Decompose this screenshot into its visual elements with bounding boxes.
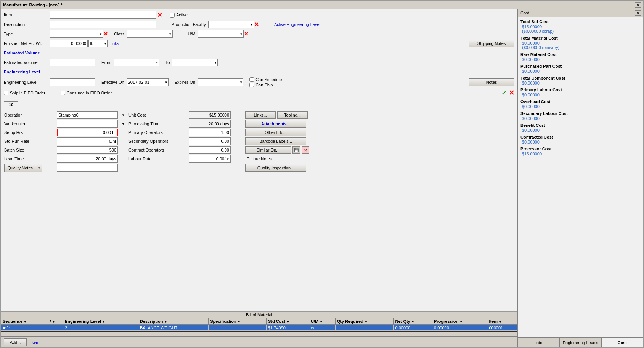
finished-net-input[interactable] bbox=[50, 40, 88, 47]
col-std-cost[interactable]: Std Cost ▼ bbox=[267, 318, 309, 325]
operation-select[interactable]: Stamping6 bbox=[57, 111, 118, 119]
quality-inspection-button[interactable]: Quality Inspection... bbox=[245, 164, 306, 172]
right-tab-cost[interactable]: Cost bbox=[602, 338, 643, 347]
type-row: Type ✕ Class U/M bbox=[4, 30, 514, 38]
item-clear-button[interactable]: ✕ bbox=[157, 11, 162, 19]
col-sequence[interactable]: Sequence ▼ bbox=[1, 318, 48, 325]
quality-notes-button[interactable]: Quality Notes bbox=[4, 164, 36, 172]
right-panel-tabs: Info Engineering Levels Cost bbox=[518, 337, 643, 347]
ship-fifo-checkbox[interactable] bbox=[4, 91, 8, 95]
barcode-labels-button[interactable]: Barcode Labels... bbox=[245, 137, 306, 145]
engineering-level-input[interactable] bbox=[50, 78, 95, 86]
primary-operators-input[interactable] bbox=[189, 129, 231, 136]
links-button[interactable]: Links... bbox=[245, 111, 276, 119]
active-checkbox[interactable] bbox=[170, 13, 175, 18]
labour-rate-label: Labour Rate bbox=[128, 156, 186, 161]
attachments-button[interactable]: Attachments... bbox=[245, 120, 306, 128]
labour-rate-input[interactable] bbox=[189, 155, 231, 163]
right-tab-info[interactable]: Info bbox=[518, 338, 560, 347]
delete-icon-button[interactable]: ✕ bbox=[302, 146, 309, 154]
total-material-cost-sub: ($0.00000 recovery) bbox=[522, 45, 641, 50]
lead-time-input[interactable] bbox=[57, 155, 118, 163]
can-ship-checkbox[interactable] bbox=[249, 83, 254, 87]
horizontal-scrollbar[interactable] bbox=[1, 331, 517, 337]
fifo-row: Ship in FIFO Order Consume in FIFO Order… bbox=[4, 89, 514, 97]
engineering-level-row: Engineering Level Effective On 2017-02-0… bbox=[4, 77, 514, 87]
raw-material-cost-value: $0.00000 bbox=[522, 57, 641, 62]
std-run-rate-input[interactable] bbox=[57, 137, 118, 145]
total-material-cost-value: $0.00000 bbox=[522, 41, 641, 45]
col-qty-required[interactable]: Qty Required ▼ bbox=[335, 318, 393, 325]
col-item[interactable]: Item ▼ bbox=[487, 318, 517, 325]
production-facility-clear[interactable]: ✕ bbox=[254, 21, 259, 27]
add-button[interactable]: Add... bbox=[4, 338, 27, 346]
tooling-button[interactable]: Tooling... bbox=[277, 111, 308, 119]
um-select[interactable] bbox=[198, 30, 244, 38]
type-clear[interactable]: ✕ bbox=[103, 31, 108, 37]
processor-cost-value: $15.00000 bbox=[522, 152, 641, 156]
processor-cost-row: Processor Cost $15.00000 bbox=[520, 147, 641, 156]
cell-qty-required bbox=[335, 325, 393, 331]
secondary-operators-input[interactable] bbox=[189, 137, 231, 145]
estimated-volume-input[interactable] bbox=[50, 59, 95, 66]
from-label: From bbox=[101, 60, 111, 65]
item-input[interactable] bbox=[50, 11, 156, 19]
total-component-cost-row: Total Component Cost $0.00000 bbox=[520, 76, 641, 85]
tab-area: 10 bbox=[1, 100, 517, 108]
floppy-icon-button[interactable]: 💾 bbox=[292, 146, 300, 154]
unit-cost-input bbox=[189, 111, 231, 119]
other-info-button[interactable]: Other Info... bbox=[245, 129, 306, 136]
type-select[interactable] bbox=[50, 30, 103, 38]
to-select[interactable] bbox=[172, 59, 218, 66]
operation-section: Operation Stamping6 Unit Cost Links... T… bbox=[1, 108, 517, 311]
processor-cost-label: Processor Cost bbox=[520, 147, 641, 151]
col-engineering-level[interactable]: Engineering Level ▼ bbox=[63, 318, 138, 325]
batch-size-input[interactable] bbox=[57, 146, 118, 154]
um-clear[interactable]: ✕ bbox=[244, 31, 249, 37]
can-schedule-group: Can Schedule bbox=[249, 77, 282, 82]
col-specification[interactable]: Specification ▼ bbox=[209, 318, 267, 325]
consume-fifo-checkbox[interactable] bbox=[61, 91, 65, 95]
bom-row-1[interactable]: ▶ 10 2 BALANCE WEIGHT $1.74090 ea 0.0000… bbox=[1, 325, 517, 331]
description-input[interactable] bbox=[50, 21, 156, 28]
col-progression[interactable]: Progression ▼ bbox=[432, 318, 487, 325]
col-um[interactable]: U/M ▼ bbox=[309, 318, 335, 325]
quality-notes-dropdown-arrow[interactable]: ▼ bbox=[36, 164, 42, 172]
window-close-button[interactable]: ✕ bbox=[635, 2, 641, 8]
setup-hrs-input[interactable] bbox=[57, 129, 118, 136]
contract-operators-input[interactable] bbox=[189, 146, 231, 154]
links-tooling-group: Links... Tooling... bbox=[245, 111, 514, 119]
effective-on-select[interactable]: 2017-02-01 bbox=[127, 78, 169, 86]
col-description[interactable]: Description ▼ bbox=[138, 318, 208, 325]
contracted-cost-label: Contracted Cost bbox=[520, 135, 641, 139]
quality-notes-input[interactable] bbox=[57, 164, 118, 172]
col-slash[interactable]: / ▼ bbox=[48, 318, 63, 325]
overhead-cost-row: Overhead Cost $0.00000 bbox=[520, 99, 641, 109]
cell-slash bbox=[48, 325, 63, 331]
confirm-button[interactable]: ✓ bbox=[501, 89, 507, 97]
workcenter-select[interactable] bbox=[57, 120, 118, 128]
links-link[interactable]: links bbox=[111, 41, 119, 46]
from-select[interactable] bbox=[114, 59, 159, 66]
cell-progression: 0.00000 bbox=[432, 325, 487, 331]
active-engineering-level-link[interactable]: Active Engineering Level bbox=[274, 22, 320, 27]
description-row: Description Production Facility ✕ Active… bbox=[4, 20, 514, 29]
similar-op-button[interactable]: Similar Op... bbox=[245, 146, 291, 154]
right-tab-engineering-levels[interactable]: Engineering Levels bbox=[560, 338, 601, 347]
notes-button[interactable]: Notes bbox=[469, 78, 514, 86]
bom-section: Bill of Material Sequence ▼ / ▼ Engineer… bbox=[1, 311, 517, 337]
operation-tab-10[interactable]: 10 bbox=[4, 101, 18, 108]
production-facility-select[interactable] bbox=[208, 21, 254, 28]
right-panel-close-button[interactable]: ✕ bbox=[635, 10, 641, 16]
col-net-qty[interactable]: Net Qty ▼ bbox=[393, 318, 432, 325]
cell-specification bbox=[209, 325, 267, 331]
class-select[interactable] bbox=[127, 30, 173, 38]
cancel-button[interactable]: ✕ bbox=[509, 89, 514, 97]
weight-unit-select[interactable]: lb bbox=[88, 40, 108, 47]
quality-notes-button-group: Quality Notes ▼ bbox=[4, 164, 54, 172]
unit-cost-label: Unit Cost bbox=[128, 113, 186, 117]
can-schedule-checkbox[interactable] bbox=[249, 77, 254, 82]
shipping-notes-button[interactable]: Shipping Notes bbox=[469, 40, 514, 47]
bottom-item-link[interactable]: Item bbox=[31, 340, 39, 345]
expires-on-select[interactable] bbox=[198, 78, 243, 86]
